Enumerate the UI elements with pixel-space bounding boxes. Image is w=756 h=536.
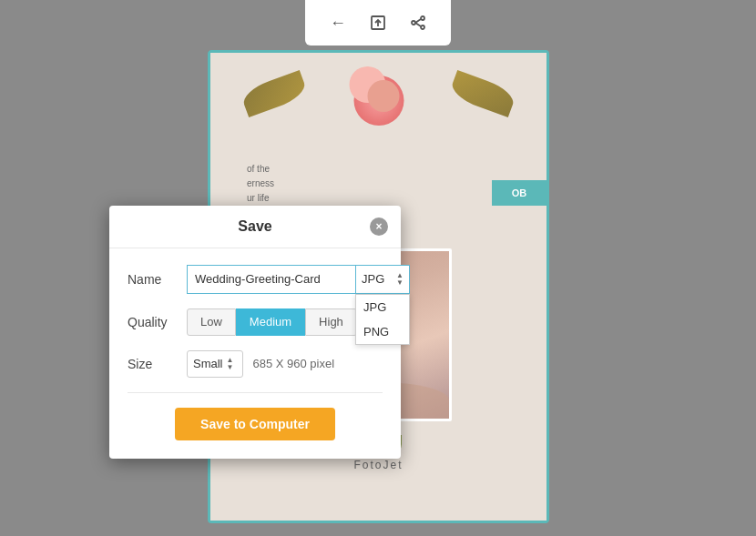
quality-row: Quality Low Medium High xyxy=(128,308,383,336)
format-option-jpg[interactable]: JPG xyxy=(356,295,409,319)
size-dimensions: 685 X 960 pixel xyxy=(252,357,334,370)
quality-high-button[interactable]: High xyxy=(305,308,357,336)
format-selected[interactable]: JPG ▲ ▼ xyxy=(355,265,410,294)
save-to-computer-button[interactable]: Save to Computer xyxy=(175,408,335,440)
filename-input[interactable] xyxy=(187,265,355,294)
name-input-wrap: JPG ▲ ▼ JPG PNG xyxy=(187,265,410,294)
format-menu: JPG PNG xyxy=(355,294,410,345)
name-row: Name JPG ▲ ▼ JPG xyxy=(128,265,383,294)
modal-title: Save xyxy=(238,218,271,235)
modal-divider xyxy=(128,392,383,393)
name-label: Name xyxy=(128,272,187,287)
size-arrows: ▲ ▼ xyxy=(227,357,238,371)
size-select-wrap: Small ▲ ▼ 685 X 960 pixel xyxy=(187,350,334,378)
close-button[interactable]: × xyxy=(370,217,388,236)
format-value: JPG xyxy=(362,272,384,286)
modal-body: Name JPG ▲ ▼ JPG xyxy=(109,248,401,459)
quality-label: Quality xyxy=(128,315,187,329)
format-option-png[interactable]: PNG xyxy=(356,319,409,344)
quality-medium-button[interactable]: Medium xyxy=(236,308,305,336)
quality-buttons: Low Medium High xyxy=(187,308,357,336)
format-dropdown[interactable]: JPG ▲ ▼ JPG PNG xyxy=(355,265,410,294)
size-value: Small xyxy=(193,357,223,370)
modal-header: Save × xyxy=(109,206,401,248)
size-select[interactable]: Small ▲ ▼ xyxy=(187,350,243,378)
size-row: Size Small ▲ ▼ 685 X 960 pixel xyxy=(128,350,383,378)
size-label: Size xyxy=(128,357,187,371)
modal-overlay: Save × Name JPG ▲ ▼ xyxy=(0,0,756,536)
format-chevrons: ▲ ▼ xyxy=(396,272,404,287)
quality-low-button[interactable]: Low xyxy=(187,308,236,336)
save-dialog: Save × Name JPG ▲ ▼ xyxy=(109,206,401,459)
